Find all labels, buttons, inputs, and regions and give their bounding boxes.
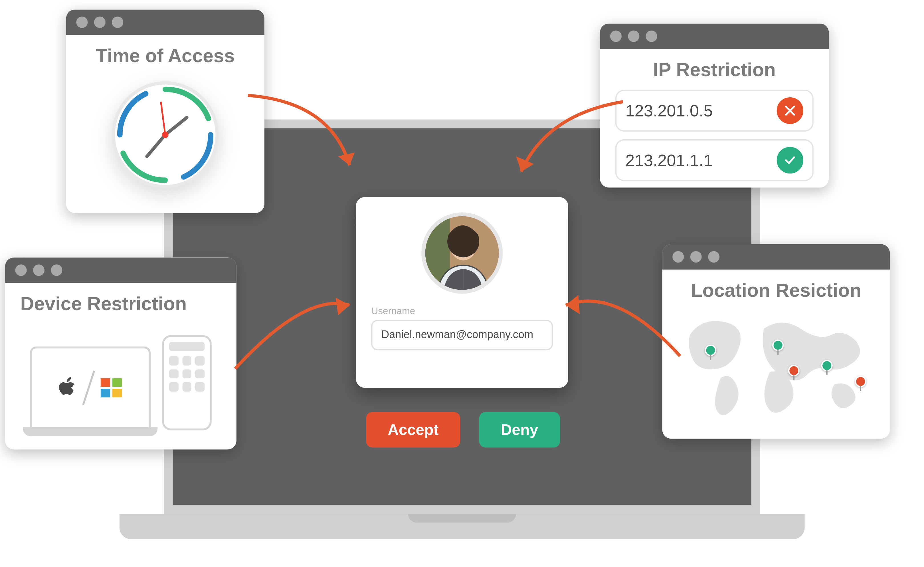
windows-icon [98,375,123,400]
deny-badge [777,97,804,124]
svg-rect-6 [100,378,110,387]
titlebar [662,244,890,270]
world-map [678,310,874,423]
clock-icon [111,81,219,189]
panel-ip-restriction: IP Restriction 123.201.0.5 213.201.1.1 [600,23,829,188]
ip-entry: 123.201.0.5 [615,90,814,132]
window-dot [610,30,622,42]
device-phone-icon [162,335,212,430]
avatar [422,212,502,294]
panel-time-of-access: Time of Access [66,9,264,213]
username-label: Username [371,305,415,316]
panel-title: Device Restriction [20,293,221,315]
window-dot [76,16,88,28]
window-dot [646,30,657,42]
window-dot [15,264,27,276]
allow-badge [777,147,804,174]
titlebar [66,9,264,35]
svg-rect-7 [112,378,121,387]
ip-entry: 213.201.1.1 [615,139,814,181]
panel-title: Location Resiction [678,280,874,302]
window-dot [94,16,105,28]
panel-title: Time of Access [81,45,249,67]
divider [82,370,95,405]
svg-rect-8 [100,389,110,398]
svg-rect-9 [112,389,121,398]
laptop-notch [408,514,516,522]
panel-title: IP Restriction [615,59,814,81]
check-icon [783,153,797,167]
titlebar [600,23,829,49]
svg-point-5 [162,132,169,138]
cross-icon [783,104,797,118]
accept-button[interactable]: Accept [366,412,460,448]
panel-location-restriction: Location Resiction [662,244,890,439]
window-dot [628,30,639,42]
ip-address: 213.201.1.1 [626,150,712,170]
deny-button[interactable]: Deny [479,412,560,448]
window-dot [690,251,702,262]
window-dot [708,251,720,262]
panel-device-restriction: Device Restriction [5,257,237,449]
apple-icon [57,375,78,400]
window-dot [51,264,62,276]
device-laptop-icon [30,346,151,429]
username-input[interactable] [371,320,553,350]
user-card: Username [356,197,568,388]
titlebar [5,257,237,283]
ip-address: 123.201.0.5 [626,101,712,120]
window-dot [33,264,45,276]
location-pin-deny [788,364,800,376]
window-dot [672,251,684,262]
window-dot [112,16,123,28]
